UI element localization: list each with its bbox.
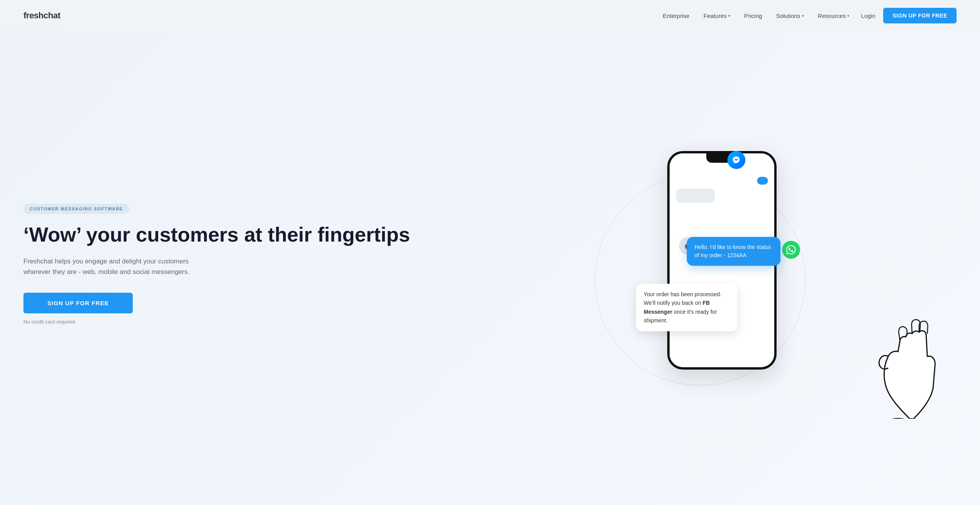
hero-note: No credit card required. [23, 319, 428, 325]
nav-item-enterprise[interactable]: Enterprise [663, 12, 689, 19]
chat-bubble-reply: Your order has been processed. We’ll not… [636, 284, 738, 331]
navigation: freshchat Enterprise Features ▾ Pricing … [0, 0, 980, 31]
phone-mockup: Hello. I’d like to know the status of my… [667, 151, 777, 370]
chevron-down-icon: ▾ [802, 14, 804, 18]
chat-bubble-incoming: Hello. I’d like to know the status of my… [687, 237, 780, 266]
brand-logo[interactable]: freshchat [23, 11, 61, 21]
hero-signup-button[interactable]: SIGN UP FOR FREE [23, 293, 133, 313]
messenger-icon [727, 151, 745, 169]
svg-line-0 [899, 333, 900, 341]
hero-badge: CUSTOMER MESSAGING SOFTWARE [23, 204, 129, 214]
hero-illustration: Hello. I’d like to know the status of my… [444, 139, 957, 413]
hero-title: ‘Wow’ your customers at their fingertips [23, 223, 428, 247]
svg-line-5 [927, 328, 928, 334]
svg-line-3 [920, 326, 920, 332]
hero-subtitle: Freshchat helps you engage and delight y… [23, 256, 211, 277]
nav-signup-button[interactable]: SIGN UP FOR FREE [883, 8, 957, 23]
svg-point-6 [886, 418, 910, 419]
nav-item-resources[interactable]: Resources ▾ [818, 12, 850, 19]
hero-section: CUSTOMER MESSAGING SOFTWARE ‘Wow’ your c… [0, 31, 980, 505]
nav-item-pricing[interactable]: Pricing [744, 12, 762, 19]
chevron-down-icon: ▾ [847, 14, 849, 18]
phone-msg-right-blue [757, 177, 768, 185]
svg-line-2 [912, 326, 912, 334]
chevron-down-icon: ▾ [728, 14, 730, 18]
whatsapp-icon [782, 241, 800, 259]
login-link[interactable]: Login [861, 12, 875, 19]
nav-item-features[interactable]: Features ▾ [704, 12, 730, 19]
nav-item-solutions[interactable]: Solutions ▾ [776, 12, 804, 19]
phone-msg-left-small [676, 188, 715, 203]
svg-line-1 [907, 333, 907, 336]
nav-links: Enterprise Features ▾ Pricing Solutions … [663, 12, 849, 19]
hand-illustration [871, 309, 949, 420]
phone-messages [676, 174, 768, 203]
hero-content: CUSTOMER MESSAGING SOFTWARE ‘Wow’ your c… [23, 204, 444, 348]
